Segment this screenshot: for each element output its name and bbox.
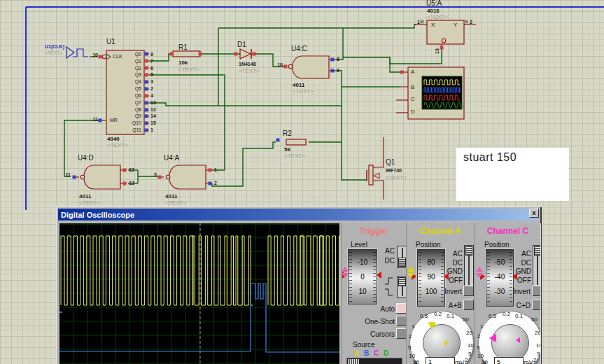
schematic-text: 13 [435,48,440,54]
close-button[interactable]: x [529,209,539,218]
value-box[interactable]: 5 [494,357,524,364]
note-box[interactable]: stuart 150 [456,148,569,201]
trigger-level-slider[interactable]: -10010 [348,249,377,304]
dial-label: 10 [409,353,415,359]
volts-div-knob[interactable] [491,324,529,362]
coupling-label-ac: AC [521,250,531,258]
waveform-plot [59,223,339,364]
a-plus-b-button[interactable] [463,300,474,310]
position-down-arrow[interactable] [407,273,414,278]
position-down-arrow[interactable] [342,273,349,278]
note-text: stuart 150 [463,151,517,164]
schematic-text: 1 [417,20,420,24]
knob-pointer-tail [516,337,520,343]
schematic-text: <TEXT> [79,200,100,206]
schematic-text: 5 [150,72,153,77]
schematic-text: 4011 [165,194,177,200]
coupling-label-ac: AC [453,250,463,258]
coupling-switch[interactable] [464,245,474,287]
schematic-text: 2 [470,20,472,24]
value-box[interactable]: 1 [426,357,455,364]
position-label: Position [484,241,510,248]
schematic-text: 11 [93,117,98,122]
dial-label: 1 [412,323,414,330]
trigger-panel: Trigger Level -10010 Source ABCD ACDCAut… [341,223,407,364]
channel-title: Channel A [407,223,475,236]
position-down-arrow[interactable] [476,273,483,278]
one-shot-button[interactable] [396,316,407,326]
titlebar[interactable]: Digital Oscilloscope [58,209,538,220]
coupling-switch[interactable] [533,245,541,287]
schematic-text: 9 [337,68,339,73]
cursors-label: Cursors [370,330,395,338]
coupling-label-dc: DC [453,259,463,267]
invert-button[interactable] [463,286,474,296]
switch-handle[interactable] [465,246,472,255]
c-plus-d-button[interactable] [532,300,541,310]
schematic-text: 4040 [107,136,120,142]
schematic-text: 4011 [79,194,91,200]
schematic-text: 9 [150,52,153,57]
schematic-text: U1 [106,38,115,46]
dial-label: 20 [466,330,472,336]
schematic-text: 4011 [293,83,304,88]
position-up-arrow[interactable] [342,267,349,272]
schematic-text: Q7 [135,100,141,105]
slider-handle[interactable] [348,359,359,364]
source-channel-d[interactable]: D [384,349,388,357]
schematic-text: A [411,69,414,75]
coupling-label-ac: AC [385,247,395,255]
oscilloscope-window[interactable]: Digital Oscilloscope x Trigger Level -10… [56,206,541,364]
switch-handle[interactable] [398,277,406,286]
schematic-text: B [411,85,414,90]
slider-tick-label: -10 [349,258,377,266]
source-label: Source [353,341,375,349]
trigger-edge-switch[interactable] [397,276,407,298]
window-title: Digital Oscilloscope [58,211,134,219]
cursors-button[interactable] [396,328,407,339]
slider-tick-label: 90 [418,273,444,281]
schematic-text: Q4 [135,79,141,84]
dial-label: 5 [468,351,471,357]
schematic-text: C [411,97,415,102]
switch-handle[interactable] [534,246,541,255]
unit-millivolts: mV [524,359,533,364]
schematic-text: 10 [92,52,98,57]
slider-tick-label: -50 [486,258,513,266]
position-up-arrow[interactable] [407,267,414,272]
schematic-text: IRF740 [386,168,402,173]
dial-label: 50 [531,316,538,323]
trigger-horizontal-slider[interactable] [346,358,402,364]
channel-a-panel: Channel APosition8090100ACDCGNDOFFInvert… [406,223,475,364]
source-channel-b[interactable]: B [364,349,369,357]
position-slider[interactable]: 8090100 [417,249,445,307]
dial-label: 50 [463,316,469,323]
channel-c-panel: Channel CPosition-50-40-30ACDCGNDOFFInve… [475,223,541,364]
position-up-arrow[interactable] [476,267,483,272]
schematic-text: <TEXT> [165,200,186,206]
slider-tick-label: 80 [418,258,444,266]
source-channel-a[interactable]: A [354,349,359,357]
dial-label: 0.1 [447,313,454,319]
schematic-text: <TEXT> [239,69,260,74]
schematic-text: <TEXT> [107,143,128,148]
schematic-text: MR [110,118,118,122]
schematic-text: Y [454,22,457,28]
auto-button[interactable] [396,303,407,314]
position-slider[interactable]: -50-40-30 [486,249,514,307]
dial-label: 10 [468,342,474,349]
schematic-text: 1 [214,167,217,172]
schematic-text: 13 [129,181,134,186]
dial-label: 5 [408,344,411,351]
invert-label: Invert [513,288,531,295]
trigger-coupling-switch[interactable] [397,246,407,268]
dial-label: 0.2 [434,311,442,317]
source-channel-c[interactable]: C [374,349,379,357]
schematic-text: D1 [237,41,246,48]
schematic-text: <TEXT> [178,67,199,73]
channel-title: Channel C [475,223,540,236]
schematic-text: U4:C [291,46,307,52]
dial-label: 5 [537,351,540,357]
switch-handle[interactable] [398,258,406,267]
invert-button[interactable] [532,286,541,296]
